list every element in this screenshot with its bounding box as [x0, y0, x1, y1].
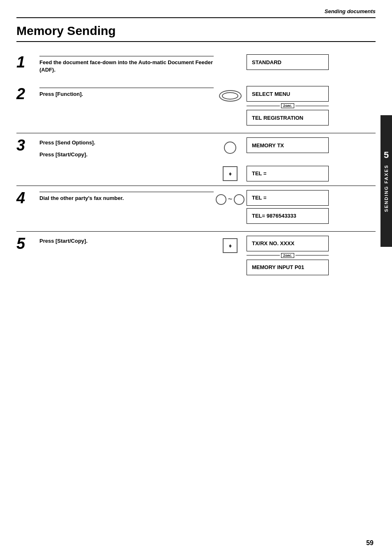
step-1-display-area: STANDARD [247, 54, 329, 70]
step-1-left: 1 Feed the document face-down into the A… [16, 54, 214, 74]
tsec-divider-1: 1sec. [247, 103, 329, 108]
diamond-tel-row: ⬧ TEL = [0, 166, 392, 181]
step-1-content: Feed the document face-down into the Aut… [36, 54, 214, 74]
step-4-line [39, 192, 214, 192]
step-3-display-area: MEMORY TX [247, 137, 329, 153]
tsec-divider-2: 1sec. [247, 253, 329, 258]
diamond-symbol-2: ⬧ [228, 241, 233, 250]
tsec-label-2: 1sec. [281, 253, 295, 258]
step-3-text1: Press [Send Options]. [39, 139, 214, 146]
step-4-icon-area: ~ [214, 190, 247, 205]
display-txrx-no: TX/RX NO. XXXX [247, 236, 329, 251]
display-memory-tx: MEMORY TX [247, 137, 329, 153]
header: Sending documents [0, 0, 392, 15]
step-3-left: 3 Press [Send Options]. Press [Start/Cop… [16, 137, 214, 158]
step-2-row: 2 Press [Function]. SELECT MENU 1sec. [0, 86, 392, 125]
header-title: Sending documents [325, 8, 376, 14]
step-3-text2: Press [Start/Copy]. [39, 151, 214, 158]
tel-equals-display-area: TEL = [247, 166, 329, 181]
display-standard: STANDARD [247, 54, 329, 70]
phone-circle-left [216, 194, 226, 205]
tilde-symbol: ~ [228, 195, 233, 204]
page-number: 59 [366, 539, 374, 547]
step-5-number: 5 [16, 236, 36, 251]
send-options-button-icon [224, 142, 236, 154]
chapter-number: 5 [384, 150, 389, 160]
page-title: Memory Sending [16, 24, 376, 42]
step-4-row: 4 Dial the other party's fax number. ~ T… [0, 186, 392, 224]
step-4-number: 4 [16, 190, 36, 206]
step-2-display-area: SELECT MENU 1sec. TEL REGISTRATION [247, 86, 329, 125]
function-button-icon [219, 90, 242, 102]
step-1-row: 1 Feed the document face-down into the A… [0, 50, 392, 74]
step-3-content: Press [Send Options]. Press [Start/Copy]… [36, 137, 214, 158]
step-2-content: Press [Function]. [36, 86, 214, 98]
display-tel-equals: TEL = [247, 166, 329, 181]
step-4-display-area: TEL = TEL= 9876543333 [247, 190, 329, 224]
step-4-content: Dial the other party's fax number. [36, 190, 214, 202]
display-tel-registration: TEL REGISTRATION [247, 110, 329, 125]
step-3-number: 3 [16, 137, 36, 153]
step-1-text: Feed the document face-down into the Aut… [39, 59, 214, 74]
svg-point-0 [222, 93, 238, 99]
step-4-text: Dial the other party's fax number. [39, 195, 214, 202]
step-3-icon-area [214, 137, 247, 154]
step-1-line [39, 56, 214, 56]
step-2-text: Press [Function]. [39, 91, 214, 98]
start-copy-button-icon-2: ⬧ [223, 238, 238, 253]
step-5-content: Press [Start/Copy]. [36, 236, 214, 245]
diamond-symbol: ⬧ [228, 169, 233, 178]
step-4-left: 4 Dial the other party's fax number. [16, 190, 214, 206]
chapter-title: SENDING FAXES [384, 165, 389, 212]
display-tel-equals-2: TEL = [247, 190, 329, 206]
step-2-icon-area [214, 86, 247, 102]
start-copy-button-icon: ⬧ [223, 166, 238, 181]
display-select-menu: SELECT MENU [247, 86, 329, 102]
display-tel-number: TEL= 9876543333 [247, 208, 329, 224]
step-3-row: 3 Press [Send Options]. Press [Start/Cop… [0, 133, 392, 158]
step-5-display-area: TX/RX NO. XXXX 1sec. MEMORY INPUT P01 [247, 236, 329, 275]
phone-circle-right [234, 194, 244, 205]
tsec-label-1: 1sec. [281, 103, 295, 108]
step-1-number: 1 [16, 54, 36, 70]
step-2-left: 2 Press [Function]. [16, 86, 214, 102]
content-area: 1 Feed the document face-down into the A… [0, 50, 392, 275]
diamond-icon-area: ⬧ [214, 166, 247, 181]
page-title-container: Memory Sending [0, 18, 392, 46]
step-2-line [39, 88, 214, 88]
display-memory-input: MEMORY INPUT P01 [247, 260, 329, 275]
step-5-icon-area: ⬧ [214, 236, 247, 253]
step-5-text: Press [Start/Copy]. [39, 237, 214, 245]
step-5-row: 5 Press [Start/Copy]. ⬧ TX/RX NO. XXXX 1… [0, 232, 392, 275]
step-2-number: 2 [16, 86, 36, 102]
step-5-left: 5 Press [Start/Copy]. [16, 236, 214, 251]
side-tab: 5 SENDING FAXES [380, 115, 392, 247]
